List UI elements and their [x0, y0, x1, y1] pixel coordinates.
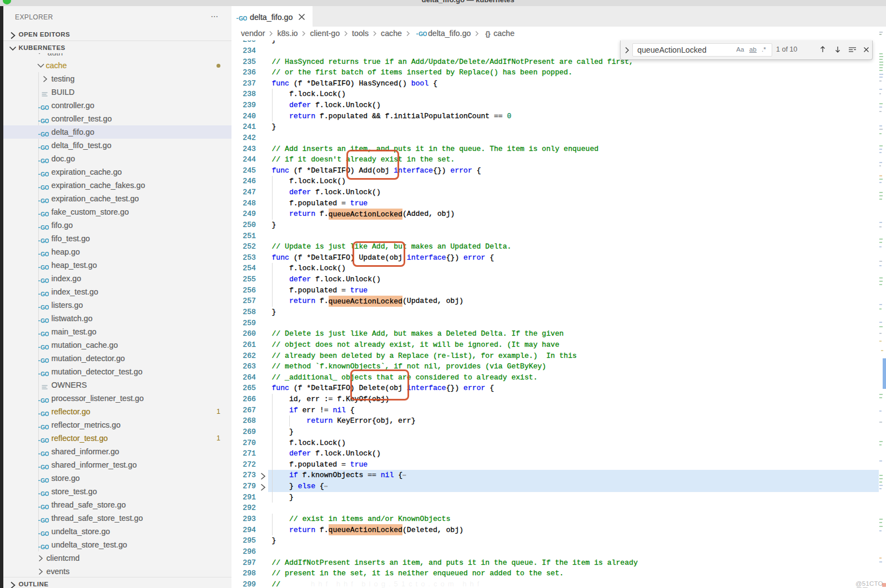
- svg-text:GO: GO: [41, 331, 49, 337]
- svg-text:GO: GO: [41, 238, 49, 244]
- svg-text:GO: GO: [41, 491, 49, 496]
- svg-text:GO: GO: [41, 171, 49, 177]
- svg-text:GO: GO: [41, 265, 49, 270]
- svg-text:GO: GO: [41, 544, 49, 550]
- svg-text:GO: GO: [41, 225, 49, 230]
- svg-text:GO: GO: [41, 251, 49, 257]
- svg-text:GO: GO: [419, 31, 427, 37]
- svg-text:GO: GO: [41, 411, 49, 417]
- svg-text:GO: GO: [41, 424, 49, 430]
- svg-text:GO: GO: [41, 131, 49, 137]
- svg-text:GO: GO: [41, 291, 49, 297]
- svg-text:GO: GO: [41, 371, 49, 377]
- svg-text:GO: GO: [41, 198, 49, 204]
- svg-text:GO: GO: [41, 518, 49, 523]
- svg-text:GO: GO: [41, 504, 49, 510]
- svg-text:GO: GO: [41, 344, 49, 350]
- svg-text:GO: GO: [41, 531, 49, 536]
- svg-text:GO: GO: [41, 158, 49, 164]
- svg-text:GO: GO: [41, 118, 49, 124]
- svg-text:GO: GO: [41, 358, 49, 363]
- svg-text:GO: GO: [41, 185, 49, 190]
- svg-text:GO: GO: [41, 478, 49, 483]
- svg-text:GO: GO: [41, 278, 49, 283]
- svg-text:GO: GO: [41, 438, 49, 443]
- svg-text:GO: GO: [41, 464, 49, 470]
- svg-text:GO: GO: [239, 16, 247, 21]
- svg-text:GO: GO: [41, 451, 49, 457]
- svg-text:GO: GO: [41, 145, 49, 150]
- svg-text:GO: GO: [41, 211, 49, 217]
- svg-text:GO: GO: [41, 318, 49, 323]
- svg-text:GO: GO: [41, 105, 49, 110]
- svg-text:GO: GO: [41, 398, 49, 403]
- svg-text:GO: GO: [41, 305, 49, 310]
